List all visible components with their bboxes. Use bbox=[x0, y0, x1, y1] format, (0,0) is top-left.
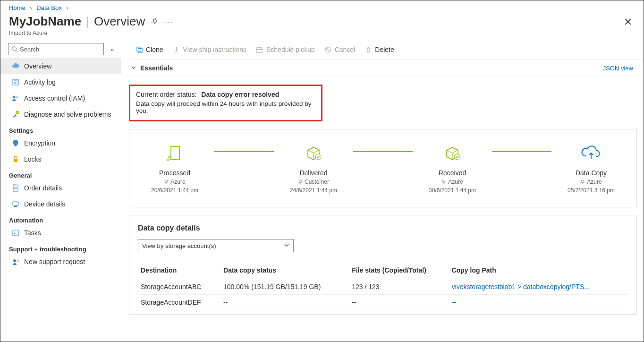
page-section: Overview bbox=[94, 14, 145, 29]
pin-icon[interactable] bbox=[152, 18, 159, 27]
essentials-header[interactable]: Essentials JSON view bbox=[129, 59, 644, 77]
stage-loc: Azure bbox=[170, 179, 185, 185]
table-row: StorageAccountDEF -- -- -- bbox=[138, 295, 628, 310]
cell-dest: StorageAccountDEF bbox=[138, 295, 220, 310]
sidebar-item-tasks[interactable]: Tasks bbox=[0, 225, 121, 241]
clone-label: Clone bbox=[146, 46, 163, 53]
tasks-icon bbox=[11, 229, 20, 237]
cell-status: -- bbox=[220, 295, 349, 310]
collapse-sidebar-icon[interactable]: « bbox=[107, 46, 118, 53]
svg-rect-9 bbox=[14, 159, 17, 162]
stage-loc: Customer bbox=[305, 179, 329, 185]
pin-icon bbox=[164, 180, 169, 184]
svg-point-24 bbox=[167, 159, 169, 161]
page-title: MyJobName bbox=[9, 14, 81, 29]
progress-connector bbox=[492, 151, 551, 152]
sidebar-item-encryption[interactable]: Encryption bbox=[0, 135, 121, 151]
col-destination[interactable]: Destination bbox=[138, 263, 220, 279]
search-icon bbox=[11, 46, 18, 52]
stage-title: Delivered bbox=[274, 169, 353, 177]
lock-icon bbox=[11, 155, 20, 163]
progress-connector bbox=[353, 151, 413, 152]
pin-icon bbox=[441, 180, 446, 184]
svg-rect-16 bbox=[136, 47, 140, 51]
cell-log-link[interactable]: vivekstoragetestblob1 > databoxcopylog/P… bbox=[452, 283, 590, 291]
svg-rect-13 bbox=[14, 206, 17, 207]
delete-button[interactable]: Delete bbox=[360, 42, 398, 57]
stage-datacopy: Data Copy Azure 05/7/2021 3:16 pm bbox=[551, 143, 631, 194]
command-bar: Clone View ship instructions Schedule pi… bbox=[129, 40, 644, 59]
sidebar-item-label: Overview bbox=[24, 62, 51, 70]
cloud-icon bbox=[11, 62, 20, 70]
svg-point-7 bbox=[16, 96, 18, 98]
calendar-icon bbox=[256, 46, 263, 53]
stage-title: Received bbox=[413, 169, 492, 177]
stage-loc: Azure bbox=[448, 179, 463, 185]
sidebar-section-support: Support + troubleshooting bbox=[0, 241, 121, 254]
log-icon bbox=[11, 78, 20, 86]
schedule-label: Schedule pickup bbox=[266, 46, 315, 53]
json-view-link[interactable]: JSON view bbox=[603, 65, 633, 72]
view-by-select[interactable]: View by storage account(s) bbox=[138, 239, 294, 252]
sidebar-item-diagnose[interactable]: Diagnose and solve problems bbox=[0, 106, 121, 122]
svg-line-21 bbox=[326, 48, 330, 51]
status-value: Data copy error resolved bbox=[201, 91, 279, 98]
col-status[interactable]: Data copy status bbox=[220, 263, 349, 279]
svg-point-6 bbox=[13, 96, 16, 98]
col-log[interactable]: Copy log Path bbox=[449, 263, 628, 279]
sidebar-section-automation: Automation bbox=[0, 212, 121, 225]
clone-button[interactable]: Clone bbox=[131, 42, 168, 57]
stage-title: Data Copy bbox=[551, 169, 631, 177]
document-icon bbox=[11, 184, 20, 192]
search-input[interactable]: Search bbox=[8, 43, 104, 55]
sidebar-item-label: Tasks bbox=[24, 229, 41, 237]
col-stats[interactable]: File stats (Copied/Total) bbox=[349, 263, 449, 279]
shield-icon bbox=[11, 139, 20, 147]
cell-status: 100.00% (151.19 GB/151.19 GB) bbox=[220, 279, 349, 295]
close-icon[interactable]: ✕ bbox=[624, 16, 632, 28]
sidebar-item-support-request[interactable]: New support request bbox=[0, 254, 121, 270]
search-placeholder: Search bbox=[20, 46, 39, 53]
cell-dest: StorageAccountABC bbox=[138, 279, 220, 295]
sidebar-item-activity-log[interactable]: Activity log bbox=[0, 74, 121, 90]
cell-stats: -- bbox=[349, 295, 449, 310]
svg-point-0 bbox=[12, 47, 17, 51]
status-box: Current order status: Data copy error re… bbox=[129, 85, 322, 121]
breadcrumb-home[interactable]: Home bbox=[9, 4, 25, 11]
sidebar-section-settings: Settings bbox=[0, 122, 121, 135]
progress-card: Processed Azure 20/6/2021 1:44 pm Delive… bbox=[129, 129, 637, 207]
svg-point-25 bbox=[165, 180, 168, 183]
stage-date: 24/6/2021 1:44 pm bbox=[274, 187, 353, 194]
view-select-label: View by storage account(s) bbox=[142, 242, 216, 249]
cell-log-link[interactable]: -- bbox=[452, 299, 456, 306]
progress-connector bbox=[214, 151, 274, 152]
sidebar-item-device-details[interactable]: Device details bbox=[0, 196, 121, 212]
delete-icon bbox=[364, 46, 372, 53]
sidebar-item-access-control[interactable]: Access control (IAM) bbox=[0, 90, 121, 106]
chevron-right-icon: › bbox=[63, 4, 71, 11]
delete-label: Delete bbox=[375, 46, 394, 53]
chevron-down-icon bbox=[284, 242, 289, 249]
schedule-pickup-button: Schedule pickup bbox=[251, 42, 320, 57]
sidebar-item-order-details[interactable]: Order details bbox=[0, 180, 121, 196]
stage-processed: Processed Azure 20/6/2021 1:44 pm bbox=[135, 143, 214, 194]
svg-point-15 bbox=[13, 259, 16, 262]
sidebar-item-label: New support request bbox=[24, 258, 85, 265]
table-row: StorageAccountABC 100.00% (151.19 GB/151… bbox=[138, 279, 628, 295]
svg-rect-17 bbox=[138, 48, 142, 52]
svg-rect-22 bbox=[171, 146, 179, 160]
pin-icon bbox=[298, 180, 303, 184]
cloud-upload-icon bbox=[551, 143, 631, 163]
cancel-icon bbox=[324, 46, 332, 53]
sidebar-item-label: Device details bbox=[24, 200, 65, 208]
more-icon[interactable]: ··· bbox=[164, 18, 173, 26]
sidebar-item-overview[interactable]: Overview bbox=[0, 58, 121, 74]
view-ship-button: View ship instructions bbox=[168, 42, 251, 57]
support-icon bbox=[11, 258, 20, 265]
breadcrumb-databox[interactable]: Data Box bbox=[36, 4, 61, 11]
sidebar-item-label: Encryption bbox=[24, 139, 55, 147]
sidebar-section-general: General bbox=[0, 167, 121, 180]
box-check-icon bbox=[274, 143, 353, 163]
server-icon bbox=[135, 143, 214, 163]
sidebar-item-locks[interactable]: Locks bbox=[0, 151, 121, 167]
